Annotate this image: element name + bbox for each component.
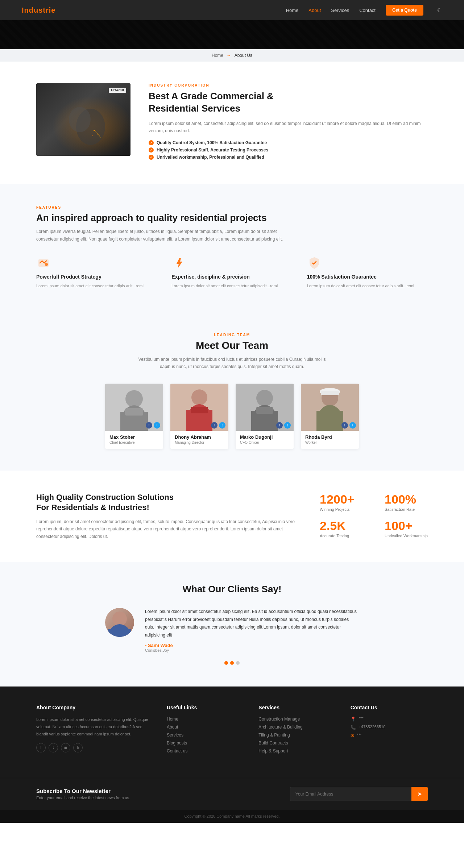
- footer-contact-title: Contact Us: [351, 705, 428, 710]
- footer-link-contact: Contact us: [167, 748, 244, 754]
- nav-home[interactable]: Home: [286, 8, 299, 13]
- team-card-1: f t Max Stober Chief Executive: [105, 384, 163, 449]
- nav-services[interactable]: Services: [331, 8, 349, 13]
- team-name-1: Max Stober: [109, 434, 159, 440]
- nav-links: Home About Services Contact Get a Quote …: [286, 5, 442, 16]
- logo-text: Industrie: [22, 6, 55, 14]
- twitter-icon-3[interactable]: t: [284, 422, 291, 429]
- footer-links-list: Home About Services Blog posts Contact u…: [167, 716, 244, 754]
- footer-link-home: Home: [167, 716, 244, 722]
- testimonial-dot-1[interactable]: [224, 661, 228, 665]
- team-photo-4: f t: [301, 384, 359, 431]
- footer-service-3-a[interactable]: Tiling & Painting: [258, 733, 290, 738]
- stat-number-1: 1200+: [320, 492, 363, 506]
- footer-service-2-a[interactable]: Architecture & Building: [258, 725, 302, 730]
- footer-social: f t in li: [36, 743, 152, 752]
- tool-icon: [36, 256, 51, 270]
- footer-link-contact-a[interactable]: Contact us: [167, 748, 187, 754]
- footer-link-blog: Blog posts: [167, 740, 244, 746]
- about-title-line1: Best A Grade Commercial &: [149, 91, 274, 101]
- grinder-graphic: [36, 83, 130, 156]
- footer-grid: About Company Lorem ipsum dolor sit amet…: [36, 705, 428, 756]
- features-title: An inspired approach to quality resident…: [36, 212, 428, 224]
- breadcrumb-separator: →: [227, 53, 231, 58]
- team-tag: LEADING TEAM: [36, 333, 428, 337]
- feature-text-2: Highly Professional Staff, Accurate Test…: [157, 147, 268, 153]
- footer-twitter-icon[interactable]: t: [49, 743, 58, 752]
- footer-service-1-a[interactable]: Construction Manage: [258, 717, 300, 722]
- email-icon: ✉: [351, 733, 354, 738]
- stats-main-title: High Quality Construction Solutions For …: [36, 492, 305, 513]
- footer-link-services-a[interactable]: Services: [167, 733, 183, 738]
- twitter-icon-1[interactable]: t: [154, 422, 160, 429]
- team-role-2: Managing Director: [175, 441, 224, 445]
- about-description: Lorem ipsum dolor sit amet, consectetur …: [149, 120, 428, 135]
- svg-rect-18: [191, 407, 208, 413]
- features-tag: FEATURES: [36, 205, 428, 209]
- feature-dot-2: [149, 147, 154, 153]
- features-section: FEATURES An inspired approach to quality…: [0, 184, 464, 311]
- get-quote-button[interactable]: Get a Quote: [386, 5, 423, 16]
- footer-linkedin-icon[interactable]: li: [73, 743, 83, 752]
- footer-instagram-icon[interactable]: in: [61, 743, 70, 752]
- footer-link-about-a[interactable]: About: [167, 725, 178, 730]
- stats-description: Lorem ipsum, dolor sit amet consectetur …: [36, 518, 305, 540]
- testimonial-dot-3[interactable]: [236, 661, 240, 665]
- twitter-icon-2[interactable]: t: [219, 422, 225, 429]
- about-feature-2: Highly Professional Staff, Accurate Test…: [149, 147, 428, 153]
- copyright-text: Copyright © 2020 Company name All marks …: [184, 814, 279, 818]
- facebook-icon-2[interactable]: f: [211, 422, 218, 429]
- svg-point-20: [256, 390, 273, 406]
- about-section: HITACHI INDUSTRY CORPORATION Best A Grad…: [0, 62, 464, 184]
- stat-label-4: Unrivalled Workmanship: [385, 534, 428, 538]
- footer-about-col: About Company Lorem ipsum dolor sit amet…: [36, 705, 152, 756]
- facebook-icon-1[interactable]: f: [146, 422, 152, 429]
- nav-contact[interactable]: Contact: [359, 8, 376, 13]
- footer-email: ✉ ***: [351, 733, 428, 738]
- shield-icon: [307, 256, 322, 270]
- footer-service-1: Construction Manage: [258, 716, 336, 722]
- footer-bottom: Copyright © 2020 Company name All marks …: [0, 810, 464, 823]
- team-card-4: f t Rhoda Byrd Worker: [301, 384, 359, 449]
- about-content: INDUSTRY CORPORATION Best A Grade Commer…: [149, 83, 428, 162]
- testimonials-section: What Our Clients Say! Lorem ipsum dolor …: [0, 562, 464, 687]
- facebook-icon-3[interactable]: f: [276, 422, 283, 429]
- about-tag: INDUSTRY CORPORATION: [149, 83, 428, 87]
- newsletter-email-input[interactable]: [290, 787, 411, 801]
- about-img-inner: HITACHI: [36, 83, 130, 156]
- breadcrumb: Home → About Us: [0, 49, 464, 62]
- testimonial-company: Conisbes,Joy: [145, 648, 359, 652]
- footer-link-blog-a[interactable]: Blog posts: [167, 740, 187, 746]
- team-name-4: Rhoda Byrd: [305, 434, 355, 440]
- team-role-1: Chief Executive: [109, 441, 159, 445]
- newsletter-submit-button[interactable]: ➤: [411, 787, 428, 801]
- feature-text-3: Unrivalled workmanship, Professional and…: [157, 155, 264, 160]
- footer-service-5-a[interactable]: Help & Support: [258, 748, 288, 754]
- nav-about[interactable]: About: [308, 8, 321, 13]
- facebook-icon-4[interactable]: f: [341, 422, 348, 429]
- team-photo-3: f t: [236, 384, 294, 431]
- stat-item-4: 100+ Unrivalled Workmanship: [385, 519, 428, 538]
- footer-service-4-a[interactable]: Build Contracts: [258, 740, 288, 746]
- stat-item-3: 2.5K Accurate Testing: [320, 519, 363, 538]
- stat-number-3: 2.5K: [320, 519, 363, 533]
- stat-label-2: Satisfaction Rate: [385, 507, 428, 512]
- twitter-icon-4[interactable]: t: [349, 422, 356, 429]
- footer-facebook-icon[interactable]: f: [36, 743, 46, 752]
- footer-service-4: Build Contracts: [258, 740, 336, 746]
- feature-dot-3: [149, 155, 154, 160]
- team-section: LEADING TEAM Meet Our Team Vestibulum an…: [0, 311, 464, 471]
- footer-phone: 📞 +47852266510: [351, 725, 428, 730]
- footer-about-title: About Company: [36, 705, 152, 710]
- breadcrumb-home[interactable]: Home: [212, 53, 223, 58]
- footer-link-home-a[interactable]: Home: [167, 717, 178, 722]
- footer-link-services: Services: [167, 732, 244, 738]
- footer: About Company Lorem ipsum dolor sit amet…: [0, 687, 464, 778]
- hero-banner: [0, 20, 464, 49]
- feature-dot-1: [149, 140, 154, 145]
- testimonial-dot-2[interactable]: [230, 661, 234, 665]
- footer-address-text: ***: [359, 716, 364, 721]
- stat-number-2: 100%: [385, 492, 428, 506]
- svg-point-30: [112, 612, 127, 626]
- theme-toggle[interactable]: ☾: [437, 7, 442, 14]
